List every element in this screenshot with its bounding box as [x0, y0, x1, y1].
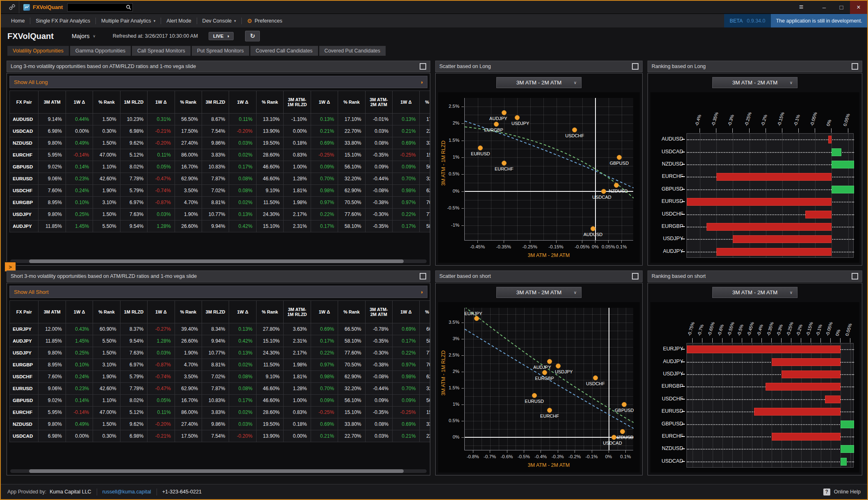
column-header[interactable]: 3M RLZD: [202, 301, 229, 323]
table-row[interactable]: NZDUSD9.80%0.49%1.50%9.62%-0.20%27.40%9.…: [10, 418, 431, 430]
table-row[interactable]: USDJPY9.80%0.25%1.50%7.63%0.03%1.90%10.7…: [10, 209, 431, 220]
column-header[interactable]: FX Pair: [10, 91, 39, 114]
column-header[interactable]: 3M ATM: [39, 301, 66, 323]
expand-icon[interactable]: [420, 273, 426, 280]
toggle-icon[interactable]: ◑: [420, 289, 423, 295]
toggle-icon[interactable]: ◑: [420, 79, 423, 85]
column-header[interactable]: 3M ATM-2M ATM: [365, 301, 392, 323]
table-row[interactable]: EURCHF5.95%-0.14%47.00%5.12%0.11%86.00%3…: [10, 407, 431, 418]
value-cell: 62.90%: [175, 173, 202, 185]
column-header[interactable]: 1W Δ: [229, 91, 256, 114]
live-toggle[interactable]: LIVE◑: [209, 32, 234, 40]
search-icon[interactable]: [126, 4, 131, 11]
column-header[interactable]: 1W Δ: [392, 91, 419, 114]
table-row[interactable]: AUDUSD9.14%0.44%1.50%10.23%0.31%56.50%8.…: [10, 114, 431, 125]
table-row[interactable]: EURJPY12.00%0.43%60.90%8.37%-0.27%39.40%…: [10, 323, 431, 335]
nav-item-preferences[interactable]: ⚙Preferences: [242, 18, 288, 24]
column-header[interactable]: 3M RLZD: [202, 91, 229, 114]
column-header[interactable]: 1W Δ: [392, 301, 419, 323]
scrollbar-thumb[interactable]: [29, 469, 404, 473]
expand-icon[interactable]: [420, 63, 426, 70]
axis-tick: [461, 372, 464, 372]
table-row[interactable]: AUDJPY11.85%1.45%5.50%9.54%1.28%26.60%9.…: [10, 335, 431, 347]
nav-item-multiple-pair[interactable]: Multiple Pair Analytics▾: [96, 18, 161, 24]
table-row[interactable]: USDJPY9.80%0.25%1.50%7.63%0.03%1.90%10.7…: [10, 347, 431, 359]
horizontal-scrollbar[interactable]: [10, 469, 427, 473]
scrollbar-thumb[interactable]: [29, 259, 404, 263]
metric-dropdown[interactable]: 3M ATM - 2M ATM∨: [496, 77, 582, 88]
table-row[interactable]: USDCAD6.98%0.00%0.30%6.98%-0.21%17.50%7.…: [10, 430, 431, 442]
column-header[interactable]: 1W Δ: [229, 301, 256, 323]
table-row[interactable]: NZDUSD9.80%0.49%1.50%9.62%-0.20%27.40%9.…: [10, 137, 431, 149]
nav-item-alert-mode[interactable]: Alert Mode: [161, 18, 196, 24]
column-header[interactable]: 1W Δ: [148, 91, 175, 114]
universe-dropdown[interactable]: Majors∨: [72, 33, 95, 39]
table-row[interactable]: EURUSD9.06%0.23%42.60%7.78%-0.47%62.90%7…: [10, 383, 431, 395]
metric-dropdown[interactable]: 3M ATM - 2M ATM∨: [712, 287, 798, 298]
metric-dropdown[interactable]: 3M ATM - 2M ATM∨: [712, 77, 798, 88]
tab-gamma-opportunities[interactable]: Gamma Opportunities: [70, 46, 131, 56]
column-header[interactable]: 3M ATM-2M ATM: [365, 91, 392, 114]
tab-covered-put-candidates[interactable]: Covered Put Candidates: [319, 46, 386, 56]
nav-item-home[interactable]: Home: [6, 18, 30, 24]
search-input[interactable]: [67, 3, 133, 11]
refresh-button[interactable]: ↻: [245, 31, 260, 41]
close-button[interactable]: ×: [850, 1, 867, 14]
column-header[interactable]: % Rank: [93, 91, 120, 114]
table-row[interactable]: USDCHF7.60%0.24%1.90%5.79%-0.74%3.50%7.0…: [10, 185, 431, 197]
menu-icon[interactable]: ≡: [793, 1, 810, 14]
table-row[interactable]: GBPUSD9.02%0.14%1.10%8.02%0.05%16.70%10.…: [10, 161, 431, 173]
nav-item-single-fx[interactable]: Single FX Pair Analytics: [30, 18, 95, 24]
show-all-long-bar[interactable]: Show All Long ◑: [9, 76, 427, 88]
scatter-point-label: USDCHF: [586, 381, 605, 386]
column-header[interactable]: % Rank: [256, 91, 283, 114]
column-header[interactable]: % Rank: [175, 301, 202, 323]
column-header[interactable]: 1W Δ: [148, 301, 175, 323]
table-row[interactable]: EURGBP8.95%0.10%3.10%6.97%-0.87%4.70%8.8…: [10, 197, 431, 209]
table-row[interactable]: EURUSD9.06%0.23%42.60%7.78%-0.47%62.90%7…: [10, 173, 431, 185]
maximize-button[interactable]: □: [833, 1, 850, 14]
email-link[interactable]: russell@kuma.capital: [102, 489, 151, 495]
column-header[interactable]: 3M ATM-1M RLZD: [284, 91, 311, 114]
column-header[interactable]: % Rank: [93, 301, 120, 323]
column-header[interactable]: % Rank: [420, 91, 430, 114]
expand-icon[interactable]: [852, 63, 858, 70]
column-header[interactable]: 1M RLZD: [120, 301, 147, 323]
column-header[interactable]: 1W Δ: [311, 301, 338, 323]
table-row[interactable]: GBPUSD9.02%0.14%1.10%8.02%0.05%16.70%10.…: [10, 395, 431, 407]
table-row[interactable]: EURCHF5.95%-0.14%47.00%5.12%0.11%86.00%3…: [10, 149, 431, 161]
column-header[interactable]: 1W Δ: [311, 91, 338, 114]
tab-volatility-opportunities[interactable]: Volatility Opportunities: [7, 46, 69, 56]
table-row[interactable]: EURGBP8.95%0.10%3.10%6.97%-0.87%4.70%8.8…: [10, 359, 431, 371]
show-all-short-bar[interactable]: Show All Short ◑: [9, 286, 427, 298]
scatter-point: [542, 370, 547, 375]
column-header[interactable]: 1W Δ: [66, 301, 93, 323]
horizontal-scrollbar[interactable]: [10, 259, 427, 263]
table-row[interactable]: USDCAD6.98%0.00%0.30%6.98%-0.21%17.50%7.…: [10, 125, 431, 137]
column-header[interactable]: % Rank: [420, 301, 430, 323]
table-row[interactable]: AUDJPY11.85%1.45%5.50%9.54%1.28%26.60%9.…: [10, 220, 431, 232]
online-help-link[interactable]: Online Help: [834, 489, 861, 495]
column-header[interactable]: % Rank: [338, 301, 365, 323]
column-header[interactable]: FX Pair: [10, 301, 39, 323]
column-header[interactable]: % Rank: [256, 301, 283, 323]
search-box[interactable]: [67, 3, 133, 11]
column-header[interactable]: 1M RLZD: [120, 91, 147, 114]
tab-covered-call-candidates[interactable]: Covered Call Candidates: [250, 46, 318, 56]
column-header[interactable]: 3M ATM-1M RLZD: [284, 301, 311, 323]
link-icon[interactable]: [5, 4, 19, 10]
column-header[interactable]: 1W Δ: [66, 91, 93, 114]
column-header[interactable]: % Rank: [338, 91, 365, 114]
column-header[interactable]: 3M ATM: [39, 91, 66, 114]
tab-put-spread-monitors[interactable]: Put Spread Monitors: [192, 46, 249, 56]
expand-icon[interactable]: [632, 63, 639, 70]
metric-dropdown[interactable]: 3M ATM - 2M ATM∨: [496, 287, 582, 298]
nav-item-dev-console[interactable]: Dev Console▾: [197, 18, 241, 24]
table-row[interactable]: USDCHF7.60%0.24%1.90%5.79%-0.74%3.50%7.0…: [10, 371, 431, 383]
minimize-button[interactable]: –: [816, 1, 833, 14]
tab-call-spread-monitors[interactable]: Call Spread Monitors: [132, 46, 191, 56]
expand-icon[interactable]: [632, 273, 639, 280]
help-icon[interactable]: ?: [823, 489, 830, 495]
expand-icon[interactable]: [852, 273, 858, 280]
column-header[interactable]: % Rank: [175, 91, 202, 114]
